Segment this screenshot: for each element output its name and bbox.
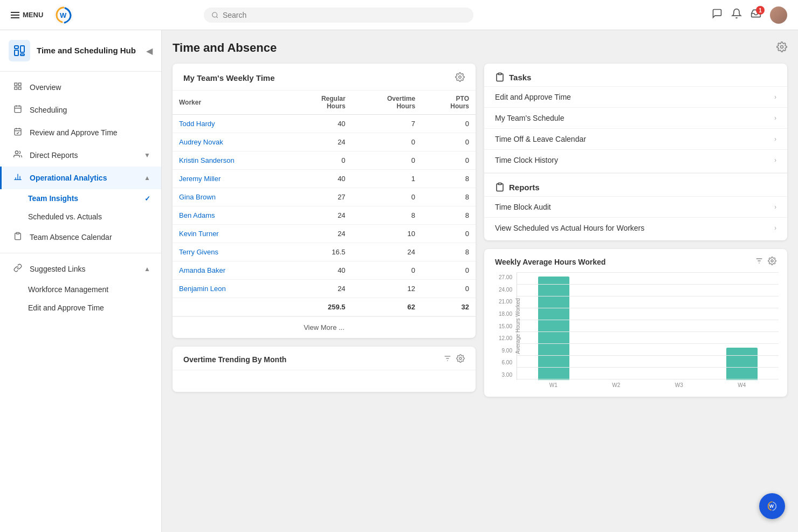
page-settings-button[interactable] (776, 42, 787, 55)
nav-icons: 1 (712, 6, 787, 24)
svg-point-20 (15, 151, 18, 154)
svg-point-2 (212, 12, 217, 17)
notification-icon[interactable] (731, 8, 742, 22)
chart-settings-icon[interactable] (768, 257, 776, 267)
weekly-time-settings-button[interactable] (455, 72, 465, 84)
sidebar-subitem-edit-approve-label: Edit and Approve Time (28, 303, 104, 312)
y-label-6: 6.00 (493, 360, 512, 365)
sidebar-item-scheduling-label: Scheduling (30, 106, 67, 114)
sidebar-item-team-absence[interactable]: Team Absence Calendar (0, 226, 161, 248)
bar-container-0 (528, 277, 580, 380)
cell-worker[interactable]: Todd Hardy (173, 115, 289, 133)
team-insights-check: ✓ (145, 195, 150, 203)
overtime-settings-icon[interactable] (456, 354, 465, 364)
chart-filter-icon[interactable] (755, 257, 763, 267)
cell-worker[interactable]: Terry Givens (173, 243, 289, 261)
cell-worker[interactable]: Benjamin Leon (173, 280, 289, 298)
grid-0 (517, 272, 779, 273)
sidebar-item-suggested-links[interactable]: Suggested Links ▲ (0, 258, 161, 280)
cell-regular: 16.5 (289, 243, 352, 261)
cell-worker[interactable]: Audrey Novak (173, 133, 289, 151)
y-label-3: 3.00 (493, 372, 512, 378)
sidebar-item-overview[interactable]: Overview (0, 76, 161, 99)
sidebar-subitem-team-insights[interactable]: Team Insights ✓ (0, 189, 161, 208)
collapse-button[interactable]: ◀ (146, 46, 153, 56)
menu-label: MENU (23, 11, 43, 19)
sidebar-item-direct-reports[interactable]: Direct Reports ▼ (0, 144, 161, 167)
sidebar-subitem-edit-approve[interactable]: Edit and Approve Time (0, 299, 161, 317)
cell-worker[interactable]: Kristin Sanderson (173, 151, 289, 170)
svg-rect-33 (498, 183, 501, 185)
sidebar-item-operational-analytics-label: Operational Analytics (30, 174, 107, 182)
reports-icon (495, 182, 505, 192)
sidebar-item-review-approve[interactable]: Review and Approve Time (0, 121, 161, 144)
menu-button[interactable]: MENU (11, 11, 43, 19)
svg-rect-25 (16, 232, 19, 234)
col-worker: Worker (173, 91, 289, 115)
table-row: Gina Brown 27 0 8 (173, 188, 476, 206)
clipboard-icon (12, 232, 23, 243)
sidebar-item-scheduling[interactable]: Scheduling (0, 99, 161, 121)
col-regular: RegularHours (289, 91, 352, 115)
avatar[interactable] (770, 6, 787, 24)
cell-pto: 0 (422, 261, 476, 280)
task-edit-approve-time[interactable]: Edit and Approve Time › (484, 86, 787, 107)
task-time-clock-history[interactable]: Time Clock History › (484, 149, 787, 170)
cell-worker[interactable]: Jeremy Miller (173, 170, 289, 188)
task-my-team-schedule[interactable]: My Team's Schedule › (484, 107, 787, 128)
overtime-header-actions (443, 354, 465, 364)
search-icon (211, 11, 218, 19)
cell-worker[interactable]: Gina Brown (173, 188, 289, 206)
sidebar-subitem-workforce-mgmt-label: Workforce Management (28, 285, 108, 294)
overtime-trending-header: Overtime Trending By Month (173, 347, 476, 370)
svg-rect-16 (15, 129, 21, 135)
cell-worker[interactable]: Kevin Turner (173, 225, 289, 243)
overtime-trending-title: Overtime Trending By Month (183, 355, 286, 364)
y-label-21: 21.00 (493, 299, 512, 305)
cell-pto: 0 (422, 225, 476, 243)
cell-pto: 0 (422, 115, 476, 133)
bar-3[interactable] (726, 348, 758, 380)
chat-icon[interactable] (712, 8, 723, 22)
y-label-24: 24.00 (493, 287, 512, 293)
cell-worker[interactable]: Amanda Baker (173, 261, 289, 280)
sidebar-item-overview-label: Overview (30, 83, 61, 92)
svg-rect-11 (18, 87, 21, 89)
report-time-block-audit[interactable]: Time Block Audit › (484, 196, 787, 217)
cell-regular: 24 (289, 225, 352, 243)
sidebar-item-direct-reports-label: Direct Reports (30, 151, 78, 160)
overtime-filter-icon[interactable] (443, 354, 452, 364)
sidebar-subitem-workforce-mgmt[interactable]: Workforce Management (0, 280, 161, 299)
cell-pto: 8 (422, 243, 476, 261)
cell-overtime: 0 (352, 188, 422, 206)
tasks-label: Tasks (484, 66, 787, 86)
total-pto: 32 (422, 298, 476, 316)
sidebar-title: Time and Scheduling Hub (37, 45, 136, 56)
svg-rect-6 (20, 46, 24, 52)
bar-0[interactable] (538, 277, 569, 380)
svg-point-27 (459, 76, 462, 79)
inbox-icon[interactable]: 1 (751, 8, 761, 22)
svg-rect-32 (498, 73, 501, 75)
cell-overtime: 10 (352, 225, 422, 243)
search-bar[interactable] (204, 8, 473, 23)
x-label-1: W2 (590, 382, 643, 388)
cell-regular: 40 (289, 261, 352, 280)
cell-worker[interactable]: Ben Adams (173, 206, 289, 225)
calendar-check-icon (12, 127, 23, 138)
x-label-0: W1 (527, 382, 580, 388)
sidebar-divider (0, 253, 161, 253)
sidebar-subitem-scheduled-actuals[interactable]: Scheduled vs. Actuals (0, 208, 161, 226)
report-scheduled-vs-actual[interactable]: View Scheduled vs Actual Hours for Worke… (484, 217, 787, 238)
inbox-badge: 1 (756, 6, 765, 15)
workday-float-button[interactable]: W (759, 493, 785, 519)
calendar-icon (12, 105, 23, 115)
view-more-button[interactable]: View More ... (173, 316, 476, 338)
task-time-off-leave[interactable]: Time Off & Leave Calendar › (484, 128, 787, 149)
sidebar: Time and Scheduling Hub ◀ Overview (0, 30, 162, 532)
hamburger-icon (11, 12, 19, 18)
grid-1 (517, 284, 779, 285)
chart-icon (12, 172, 23, 183)
sidebar-item-operational-analytics[interactable]: Operational Analytics ▲ (0, 167, 161, 189)
search-input[interactable] (223, 11, 466, 19)
